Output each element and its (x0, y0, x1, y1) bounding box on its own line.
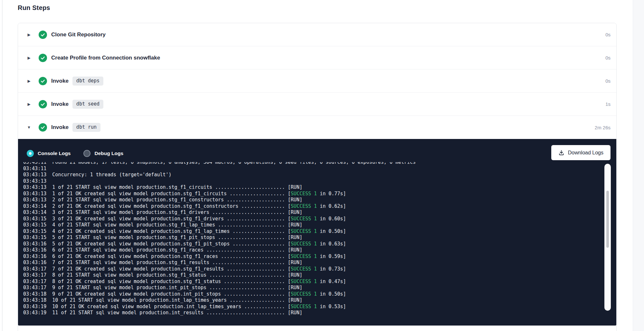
log-line: 03:43:13 Concurrency: 1 threads (target=… (23, 172, 616, 178)
console-logs-label: Console Logs (38, 151, 71, 156)
step-label: Create Profile from Connection snowflake (51, 55, 160, 61)
log-line: 03:43:15 3 of 21 OK created sql view mod… (23, 216, 616, 222)
step-label: Invoke (51, 124, 69, 131)
step-command-badge: dbt seed (72, 100, 103, 109)
run-step-row[interactable]: ▼ Invoke dbt run 2m 26s (18, 116, 616, 139)
debug-logs-radio[interactable]: Debug Logs (83, 150, 123, 157)
log-line: 03:43:19 10 of 21 OK created sql view mo… (23, 304, 616, 310)
download-logs-button[interactable]: Download Logs (551, 145, 611, 160)
log-line: 03:43:18 10 of 21 START sql view model p… (23, 297, 616, 304)
log-line: 03:43:16 7 of 21 START sql view model pr… (23, 260, 616, 266)
chevron-right-icon[interactable]: ▶ (26, 79, 32, 83)
step-duration: 1s (605, 101, 611, 107)
log-line: 03:43:16 6 of 21 START sql view model pr… (23, 247, 616, 253)
console-logs-radio[interactable]: Console Logs (27, 150, 71, 157)
radio-unselected-icon (83, 150, 90, 157)
status-success-icon (39, 54, 47, 62)
log-line: 03:43:13 (23, 178, 616, 185)
log-line: 03:43:11 Found 21 models, 17 tests, 0 sn… (23, 162, 616, 166)
run-step-row[interactable]: ▶ Clone Git Repository 0s (18, 23, 616, 46)
log-line: 03:43:14 2 of 21 OK created sql view mod… (23, 203, 616, 210)
step-label: Invoke (51, 101, 69, 107)
log-line: 03:43:17 8 of 21 OK created sql view mod… (23, 279, 616, 285)
log-line: 03:43:17 8 of 21 START sql view model pr… (23, 272, 616, 279)
run-steps-card: ▶ Clone Git Repository 0s ▶ Create Profi… (18, 23, 617, 331)
download-icon (558, 150, 564, 156)
log-line: 03:43:17 9 of 21 START sql view model pr… (23, 285, 616, 291)
step-command-badge: dbt deps (72, 77, 103, 86)
status-success-icon (39, 31, 47, 39)
log-line: 03:43:14 3 of 21 START sql view model pr… (23, 209, 616, 216)
log-line: 03:43:15 5 of 21 START sql view model pr… (23, 234, 616, 241)
step-duration: 2m 26s (595, 125, 611, 130)
log-line: 03:43:16 5 of 21 OK created sql view mod… (23, 241, 616, 247)
step-duration: 0s (605, 55, 611, 60)
step-duration: 0s (605, 78, 611, 84)
chevron-right-icon[interactable]: ▶ (26, 56, 32, 60)
chevron-right-icon[interactable]: ▶ (26, 33, 32, 37)
panel-divider-left (2, 0, 3, 331)
download-logs-label: Download Logs (568, 150, 603, 156)
chevron-down-icon[interactable]: ▼ (26, 125, 32, 129)
radio-selected-icon (27, 150, 34, 157)
log-lines: 03:43:11 Found 21 models, 17 tests, 0 sn… (23, 162, 616, 316)
log-line: 03:43:13 1 of 21 START sql view model pr… (23, 184, 616, 191)
log-line: 03:43:17 7 of 21 OK created sql view mod… (23, 266, 616, 272)
log-line: 03:43:18 9 of 21 OK created sql view mod… (23, 291, 616, 298)
scrollbar-track[interactable] (604, 164, 611, 311)
scrollbar-thumb[interactable] (606, 191, 609, 248)
step-label: Clone Git Repository (51, 32, 106, 38)
chevron-right-icon[interactable]: ▶ (26, 102, 32, 106)
log-line: 03:43:13 2 of 21 START sql view model pr… (23, 197, 616, 203)
console-log-output: 03:43:11 Found 21 models, 17 tests, 0 sn… (18, 162, 616, 326)
page-title: Run Steps (18, 4, 50, 12)
log-line: 03:43:15 4 of 21 START sql view model pr… (23, 222, 616, 228)
run-steps-list: ▶ Clone Git Repository 0s ▶ Create Profi… (18, 23, 616, 139)
log-panel: Console Logs Debug Logs Download Logs 03… (18, 139, 616, 326)
status-success-icon (39, 100, 47, 108)
step-duration: 0s (605, 32, 611, 37)
debug-logs-label: Debug Logs (94, 151, 123, 156)
run-step-row[interactable]: ▶ Create Profile from Connection snowfla… (18, 46, 616, 69)
log-line: 03:43:19 11 of 21 START sql view model p… (23, 310, 616, 316)
log-line: 03:43:16 6 of 21 OK created sql view mod… (23, 253, 616, 260)
log-line: 03:43:11 (23, 166, 616, 172)
step-label: Invoke (51, 78, 69, 84)
run-step-row[interactable]: ▶ Invoke dbt seed 1s (18, 93, 616, 116)
step-command-badge: dbt run (72, 123, 100, 132)
run-step-row[interactable]: ▶ Invoke dbt deps 0s (18, 69, 616, 93)
log-line: 03:43:15 4 of 21 OK created sql view mod… (23, 228, 616, 235)
log-tabs: Console Logs Debug Logs (27, 150, 123, 157)
status-success-icon (39, 77, 47, 85)
page-background-right (633, 0, 644, 331)
log-line: 03:43:13 1 of 21 OK created sql view mod… (23, 191, 616, 197)
status-success-icon (39, 123, 47, 132)
